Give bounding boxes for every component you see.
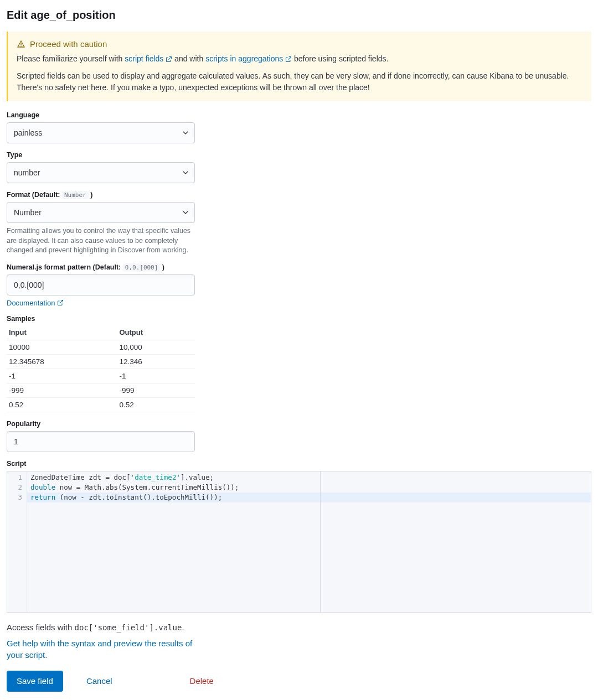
sample-input: 10000 — [7, 340, 117, 354]
button-row: Save field Cancel Delete — [7, 671, 591, 692]
note-text: . — [182, 623, 184, 632]
script-label: Script — [7, 460, 591, 468]
sample-output: 12.346 — [117, 354, 195, 369]
svg-point-1 — [20, 45, 22, 46]
link-text: Documentation — [7, 299, 55, 307]
link-text: scripts in aggregations — [205, 54, 283, 63]
label-default-code: Number — [62, 191, 89, 199]
callout-heading: Proceed with caution — [17, 39, 582, 49]
editor-split-line — [320, 471, 321, 612]
callout-heading-text: Proceed with caution — [30, 39, 107, 49]
chevron-down-icon — [182, 209, 189, 216]
pattern-label: Numeral.js format pattern (Default: 0,0.… — [7, 263, 195, 271]
pattern-input[interactable] — [7, 274, 195, 295]
sample-input: -1 — [7, 369, 117, 383]
format-select[interactable]: Number — [7, 202, 195, 223]
external-link-icon — [57, 299, 64, 306]
page-title: Edit age_of_position — [7, 9, 591, 22]
language-label: Language — [7, 111, 195, 119]
scripts-aggregations-link[interactable]: scripts in aggregations — [205, 54, 292, 63]
samples-col-input: Input — [7, 326, 117, 340]
format-value: Number — [14, 208, 42, 217]
editor-gutter: 123 — [7, 471, 27, 612]
link-text: script fields — [125, 54, 163, 63]
sample-input: 12.345678 — [7, 354, 117, 369]
label-text: ) — [89, 191, 93, 199]
note-code: doc['some_field'].value — [75, 623, 182, 632]
table-row: 1000010,000 — [7, 340, 195, 354]
table-row: -999-999 — [7, 383, 195, 397]
table-row: 12.34567812.346 — [7, 354, 195, 369]
type-label: Type — [7, 151, 195, 159]
table-row: 0.520.52 — [7, 397, 195, 412]
note-text: Access fields with — [7, 623, 75, 632]
format-help-text: Formatting allows you to control the way… — [7, 226, 195, 256]
caution-callout: Proceed with caution Please familiarize … — [7, 32, 591, 101]
sample-input: -999 — [7, 383, 117, 397]
sample-output: 10,000 — [117, 340, 195, 354]
table-row: -1-1 — [7, 369, 195, 383]
sample-output: -999 — [117, 383, 195, 397]
external-link-icon — [166, 56, 172, 63]
popularity-label: Popularity — [7, 420, 195, 428]
save-button[interactable]: Save field — [7, 671, 63, 692]
editor-content[interactable]: ZonedDateTime zdt = doc['date_time2'].va… — [27, 471, 591, 612]
callout-body: Please familiarize yourself with script … — [17, 53, 582, 94]
callout-paragraph: Scripted fields can be used to display a… — [17, 70, 582, 94]
language-select[interactable]: painless — [7, 122, 195, 143]
language-value: painless — [14, 128, 42, 137]
samples-col-output: Output — [117, 326, 195, 340]
sample-output: -1 — [117, 369, 195, 383]
access-fields-note: Access fields with doc['some_field'].val… — [7, 623, 591, 632]
sample-output: 0.52 — [117, 397, 195, 412]
cancel-button[interactable]: Cancel — [76, 671, 122, 692]
label-text: Numeral.js format pattern (Default: — [7, 263, 123, 271]
chevron-down-icon — [182, 129, 189, 136]
documentation-link[interactable]: Documentation — [7, 299, 64, 307]
syntax-help-link[interactable]: Get help with the syntax and preview the… — [7, 637, 195, 661]
callout-text: before using scripted fields. — [294, 54, 388, 63]
callout-text: and with — [174, 54, 205, 63]
external-link-icon — [285, 56, 292, 63]
label-text: ) — [160, 263, 164, 271]
chevron-down-icon — [182, 169, 189, 176]
delete-button[interactable]: Delete — [180, 671, 224, 692]
warning-icon — [17, 40, 25, 49]
samples-table: Input Output 1000010,00012.34567812.346-… — [7, 326, 195, 412]
popularity-input[interactable] — [7, 431, 195, 452]
type-select[interactable]: number — [7, 162, 195, 183]
script-editor[interactable]: 123 ZonedDateTime zdt = doc['date_time2'… — [7, 471, 591, 613]
samples-label: Samples — [7, 315, 195, 323]
label-default-code: 0,0.[000] — [123, 263, 161, 272]
sample-input: 0.52 — [7, 397, 117, 412]
callout-text: Please familiarize yourself with — [17, 54, 125, 63]
type-value: number — [14, 168, 40, 177]
label-text: Format (Default: — [7, 191, 62, 199]
script-fields-link[interactable]: script fields — [125, 54, 172, 63]
format-label: Format (Default: Number ) — [7, 191, 195, 199]
